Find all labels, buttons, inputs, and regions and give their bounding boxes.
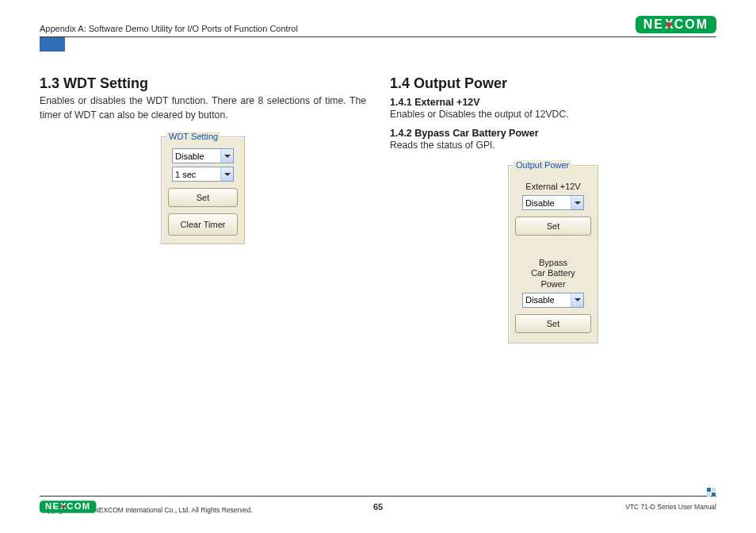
button-external-set[interactable]: Set: [515, 217, 591, 236]
button-wdt-clear[interactable]: Clear Timer: [168, 213, 238, 236]
select-external[interactable]: Disable: [522, 195, 584, 210]
subheading-bypass: 1.4.2 Bypass Car Battery Power: [390, 128, 716, 139]
panel-output: Output Power External +12V Disable Set B…: [508, 165, 598, 343]
logo-top: NEXCOM: [636, 16, 716, 33]
corner-block-icon: [707, 488, 716, 497]
page-number: 65: [373, 502, 383, 512]
label-bypass: Bypass Car Battery Power: [515, 258, 591, 290]
select-bypass-value: Disable: [523, 295, 571, 305]
panel-output-legend: Output Power: [514, 160, 571, 170]
button-external-set-label: Set: [547, 221, 560, 231]
panel-wdt-legend: WDT Setting: [166, 132, 220, 141]
chevron-down-icon[interactable]: [220, 149, 233, 163]
label-external: External +12V: [515, 182, 591, 192]
chevron-down-icon[interactable]: [571, 293, 583, 307]
appendix-title: Appendix A: Software Demo Utility for I/…: [40, 24, 298, 33]
logo-text-com: COM: [674, 17, 708, 32]
select-bypass[interactable]: Disable: [522, 293, 584, 308]
blue-tab: [40, 37, 65, 52]
select-wdt-enable[interactable]: Disable: [172, 148, 234, 163]
select-wdt-time[interactable]: 1 sec: [172, 167, 234, 182]
heading-wdt: 1.3 WDT Setting: [40, 75, 366, 92]
header-rule: [40, 36, 716, 37]
panel-wdt: WDT Setting Disable 1 sec Set Clear Time…: [161, 136, 245, 244]
heading-output: 1.4 Output Power: [390, 75, 716, 92]
button-wdt-clear-label: Clear Timer: [181, 220, 226, 229]
subbody-external: Enables or Disables the output of 12VDC.: [390, 109, 716, 120]
button-bypass-set-label: Set: [547, 319, 560, 328]
body-wdt: Enables or disables the WDT function. Th…: [40, 94, 366, 122]
logo-text-ne: NE: [643, 17, 664, 32]
select-external-value: Disable: [523, 198, 571, 208]
button-wdt-set[interactable]: Set: [168, 188, 238, 207]
chevron-down-icon[interactable]: [220, 167, 233, 181]
logo-bottom: NEXCOM: [40, 500, 97, 512]
button-bypass-set[interactable]: Set: [515, 314, 591, 333]
logo-x-icon: X: [664, 17, 674, 32]
select-wdt-time-value: 1 sec: [173, 170, 220, 179]
button-wdt-set-label: Set: [197, 193, 210, 202]
footer-rule: [40, 496, 716, 497]
subbody-bypass: Reads the status of GPI.: [390, 140, 716, 151]
manual-name: VTC 71-D Series User Manual: [625, 503, 716, 511]
subheading-external: 1.4.1 External +12V: [390, 97, 716, 108]
select-wdt-enable-value: Disable: [173, 151, 220, 161]
chevron-down-icon[interactable]: [571, 196, 583, 209]
